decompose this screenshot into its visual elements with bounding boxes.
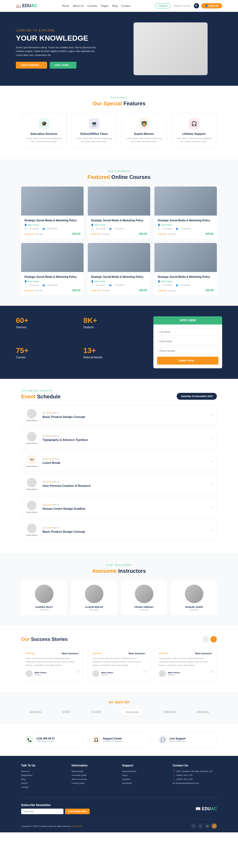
prev-arrow[interactable]: ‹ (203, 636, 209, 643)
instructor-avatar (185, 585, 203, 603)
feature-card[interactable]: 🎧Lifetime SupportLorem ipsum dolor sit a… (171, 113, 217, 149)
stat-item: 13+National Awards (83, 346, 143, 369)
logo[interactable]: 📖 EDUAC (16, 3, 37, 8)
signup-button[interactable]: 👤 SIGN UP (201, 3, 222, 8)
partners-title: As Seen On (21, 700, 217, 704)
apply-now-button[interactable]: APPLY NOW → (50, 62, 76, 69)
next-arrow[interactable]: › (211, 636, 217, 643)
course-card[interactable]: Strategic Social Media & Marketing Polic… (21, 187, 84, 239)
contact-card[interactable]: 🎧Support CenterWe Rely On Support (88, 732, 150, 748)
footer-link[interactable]: Membership (72, 770, 116, 773)
nav-contact[interactable]: Contact (121, 4, 130, 7)
footer-logo[interactable]: 📖 EDUAC (195, 806, 217, 811)
footer-link[interactable]: 📍 1234, Hamilton City Way, Newyork, US (173, 770, 217, 773)
subscribe-button[interactable]: SUBSCRIBE NOW (65, 809, 90, 814)
fullname-input[interactable] (157, 328, 218, 336)
instructor-card[interactable]: MANUEL NUERTEACHER (171, 581, 217, 615)
footer-link[interactable]: Purchase guide (72, 774, 116, 776)
footer-link[interactable]: 📞 +88987 5675 754 (173, 778, 217, 780)
feature-icon: 👨‍🏫 (139, 119, 150, 129)
instructor-card[interactable]: ALISON BEKARTEACHER (71, 581, 117, 615)
footer-link[interactable]: About us (21, 770, 65, 773)
logo-icon: 📖 (16, 3, 21, 8)
speaker-avatar (27, 409, 36, 418)
instructors-subtitle: OUR TEACHERS (21, 564, 217, 566)
phone-input[interactable] (157, 347, 218, 354)
course-card[interactable]: Strategic Social Media & Marketing Polic… (21, 243, 84, 295)
footer-link[interactable]: Download (122, 782, 166, 784)
author-avatar (26, 670, 32, 677)
partner-logo[interactable]: CASIO (91, 710, 101, 714)
newsletter-input[interactable] (21, 809, 63, 814)
event-row[interactable]: James Mimer🕐 20:00 GMT+6User Persona Cre… (21, 474, 217, 494)
nav-blog[interactable]: Blog (112, 4, 117, 7)
twitter-icon[interactable]: t (198, 824, 203, 829)
expand-icon[interactable]: + (211, 505, 213, 509)
footer-link[interactable]: FAQs (122, 774, 166, 776)
nav-courses[interactable]: Courses (87, 4, 97, 7)
testimonial-text: Lorem ipsum dolor sit consect adipiscing… (92, 657, 146, 667)
course-card[interactable]: Strategic Social Media & Marketing Polic… (88, 243, 150, 295)
instructor-avatar (135, 585, 153, 603)
feature-desc: Lorem ipsum dolor sit amet adipiscing el… (175, 137, 213, 143)
expand-icon[interactable]: + (211, 413, 213, 417)
partner-logo[interactable]: VAIO (62, 710, 70, 714)
feature-card[interactable]: 💻Online/Offline ClassLorem ipsum dolor s… (71, 113, 117, 149)
feature-card[interactable]: 🎓Education ServicesLorem ipsum dolor sit… (21, 113, 67, 149)
contact-card[interactable]: 💬Live SupportWrite Online Now (154, 732, 217, 748)
event-row[interactable]: 🍽James Mimer🕐 20:00 GMT+6Lunch Break+ (21, 451, 217, 471)
expand-icon[interactable]: + (211, 482, 213, 486)
instructor-card[interactable]: SANDRA RILEYTEACHER (21, 581, 67, 615)
nav-pages[interactable]: Pages (101, 4, 108, 7)
nav-about[interactable]: About Us (73, 4, 84, 7)
event-date-badge[interactable]: Saturday 15 December 2023 (177, 393, 217, 400)
event-time: 🕐 20:00 GMT+6 (43, 458, 207, 460)
footer-link[interactable]: Contact (21, 786, 65, 788)
footer-link[interactable]: Terms of service (72, 778, 116, 780)
view-courses-button[interactable]: VIEW COURSES → (16, 62, 47, 69)
stat-label: Courses (16, 356, 75, 359)
course-title: Strategic Social Media & Marketing Polic… (24, 219, 80, 222)
course-card[interactable]: Strategic Social Media & Marketing Polic… (154, 187, 217, 239)
social-links: f t in p (191, 824, 217, 829)
email-input[interactable] (157, 338, 218, 345)
course-card[interactable]: Strategic Social Media & Marketing Polic… (154, 243, 217, 295)
nav-home[interactable]: Home (62, 4, 69, 7)
search-input[interactable]: Search Courses (173, 3, 192, 8)
footer-link[interactable]: Registration (21, 774, 65, 776)
main-footer: Talk To UsAbout usRegistrationBlogEvents… (0, 756, 238, 832)
partner-logo[interactable]: Avenues (123, 708, 142, 716)
contact-card[interactable]: 📞+216 499 49 47Free Support Line (21, 732, 84, 748)
expand-icon[interactable]: + (211, 436, 213, 440)
facebook-icon[interactable]: f (191, 824, 196, 829)
feature-card[interactable]: 👨‍🏫Expert MentorLorem ipsum dolor sit am… (121, 113, 167, 149)
pinterest-icon[interactable]: p (212, 824, 217, 829)
footer-link[interactable]: Blog (21, 778, 65, 780)
partner-logo[interactable]: NISSAN (163, 710, 175, 714)
submit-button[interactable]: SUBMIT NOW → (157, 357, 218, 365)
partner-logo[interactable]: Alimbas (29, 710, 42, 714)
feature-desc: Lorem ipsum dolor sit amet adipiscing el… (125, 137, 163, 143)
testimonial-card: ★★★★★"Best Services"Lorem ipsum dolor si… (88, 648, 150, 681)
category-dropdown[interactable]: Category (155, 3, 170, 8)
footer-link[interactable]: Events (21, 782, 65, 784)
course-card[interactable]: Strategic Social Media & Marketing Polic… (88, 187, 150, 239)
instructor-card[interactable]: FRANK ARMANYTEACHER (121, 581, 167, 615)
expand-icon[interactable]: + (211, 459, 213, 463)
course-price: $29.99 (206, 232, 214, 235)
event-row[interactable]: James Mimer🕐 20:00 GMT+6Basic Product De… (21, 520, 217, 540)
expand-icon[interactable]: + (211, 528, 213, 532)
footer-link[interactable]: Privacy policy (72, 782, 116, 784)
event-row[interactable]: James Mimer🕐 20:00 GMT+6Basic Product De… (21, 405, 217, 425)
partner-logo[interactable]: Alimbas (196, 710, 209, 714)
event-row[interactable]: James Mimer🕐 20:00 GMT+6Human Centre Des… (21, 497, 217, 517)
instructor-avatar (35, 585, 53, 603)
footer-link[interactable]: 📞 +88987 5675 754 (173, 774, 217, 776)
footer-link[interactable]: Documentation (122, 770, 166, 773)
courses-title: Featured Online Courses (21, 174, 217, 180)
footer-link[interactable]: Question (122, 778, 166, 780)
footer-link[interactable]: ✉ Info@examplebands.com (173, 782, 217, 784)
event-row[interactable]: James Mimer🕐 20:00 GMT+6Typography & Adv… (21, 428, 217, 448)
linkedin-icon[interactable]: in (205, 824, 210, 829)
search-button[interactable]: 🔍 (194, 3, 199, 8)
